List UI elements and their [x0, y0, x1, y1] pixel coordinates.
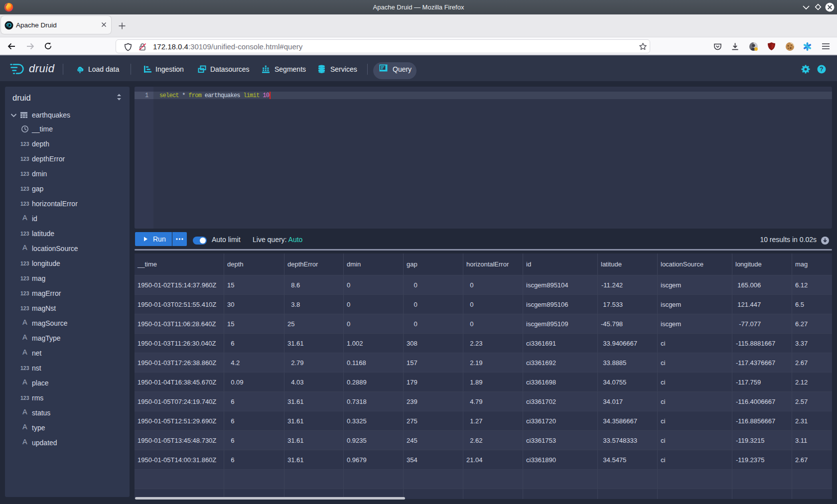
svg-text:?: ? [820, 66, 823, 73]
